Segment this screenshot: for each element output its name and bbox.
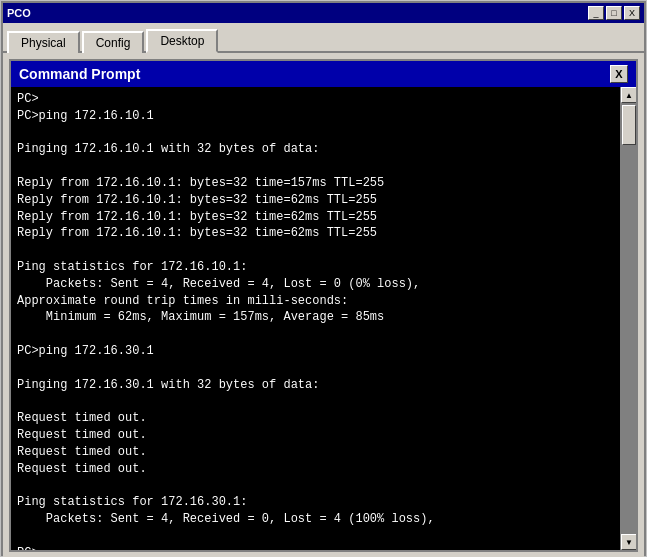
scroll-track[interactable]: [621, 103, 636, 534]
scroll-up-button[interactable]: ▲: [621, 87, 636, 103]
cmd-close-button[interactable]: X: [610, 65, 628, 83]
tab-config[interactable]: Config: [82, 31, 145, 53]
window-controls: _ □ X: [588, 6, 640, 20]
maximize-button[interactable]: □: [606, 6, 622, 20]
content-area: Command Prompt X PC> PC>ping 172.16.10.1…: [3, 53, 644, 557]
main-window: PCO _ □ X Physical Config Desktop Comman…: [1, 1, 646, 556]
tab-bar: Physical Config Desktop: [3, 23, 644, 53]
terminal-wrapper: PC> PC>ping 172.16.10.1 Pinging 172.16.1…: [11, 87, 636, 550]
title-bar: PCO _ □ X: [3, 3, 644, 23]
minimize-button[interactable]: _: [588, 6, 604, 20]
scrollbar: ▲ ▼: [620, 87, 636, 550]
window-title: PCO: [7, 7, 31, 19]
cmd-title-bar: Command Prompt X: [11, 61, 636, 87]
scroll-thumb[interactable]: [622, 105, 636, 145]
tab-physical[interactable]: Physical: [7, 31, 80, 53]
cmd-title: Command Prompt: [19, 66, 140, 82]
scroll-down-button[interactable]: ▼: [621, 534, 636, 550]
terminal-output[interactable]: PC> PC>ping 172.16.10.1 Pinging 172.16.1…: [11, 87, 620, 550]
tab-desktop[interactable]: Desktop: [146, 29, 218, 53]
close-button[interactable]: X: [624, 6, 640, 20]
command-prompt-window: Command Prompt X PC> PC>ping 172.16.10.1…: [9, 59, 638, 552]
